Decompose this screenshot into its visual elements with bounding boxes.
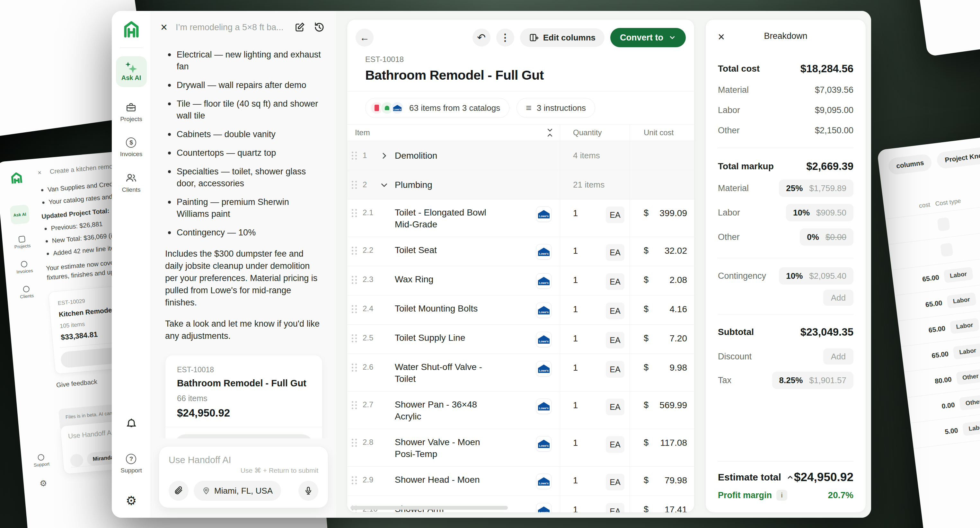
ask-ai-tile: Ask AI [10, 205, 30, 225]
kebab-menu-icon: ⋮ [500, 33, 510, 42]
notifications-bell-icon[interactable] [126, 418, 137, 429]
subtotal-row: Subtotal $23,049.35 [718, 326, 853, 338]
table-item-row[interactable]: 2.8 Shower Valve - Moen Posi-Temp Lowe's… [347, 429, 694, 467]
unit-select[interactable]: EA [606, 244, 624, 261]
table-item-row[interactable]: 2.2 Toilet Seat Lowe's 1 EA $ 32.02 [347, 237, 694, 266]
chat-thread-title[interactable]: I’m remodeling a 5×8 ft ba... [176, 22, 286, 32]
lowes-vendor-badge[interactable]: Lowe's [536, 332, 552, 347]
drag-handle[interactable] [352, 439, 359, 447]
divider [718, 314, 853, 315]
lowes-vendor-badge[interactable]: Lowe's [536, 361, 552, 376]
unit-select[interactable]: EA [606, 273, 624, 290]
submit-hint: Use ⌘ + Return to submit [169, 467, 318, 474]
cost-row: Material $7,039.56 [718, 85, 853, 95]
ai-paragraph: Includes the $300 dumpster fee and daily… [165, 248, 323, 309]
table-group-row[interactable]: 2 Plumbing 21 items [347, 170, 694, 199]
drag-handle[interactable] [352, 401, 359, 409]
table-item-row[interactable]: 2.1 Toilet - Elongated Bowl Mid-Grade Lo… [347, 199, 694, 237]
collapse-all-icon[interactable] [546, 129, 554, 137]
new-chat-icon[interactable] [294, 22, 305, 33]
add-button[interactable]: Add [823, 290, 853, 306]
lowes-vendor-badge[interactable]: Lowe's [536, 244, 552, 259]
drag-handle[interactable] [352, 247, 359, 255]
more-options-button[interactable]: ⋮ [496, 29, 514, 46]
lowes-vendor-badge[interactable]: Lowe's [536, 474, 552, 489]
drag-handle[interactable] [352, 209, 359, 217]
unit-select[interactable]: EA [606, 361, 624, 378]
markup-input[interactable]: 10% $909.50 [786, 204, 853, 221]
tax-input[interactable]: 8.25% $1,901.57 [772, 372, 853, 389]
estimate-total-toggle[interactable]: Estimate total [718, 472, 794, 483]
lowes-vendor-badge[interactable]: Lowe's [536, 302, 552, 318]
microphone-button[interactable] [298, 481, 318, 501]
sidebar-item-ask-ai[interactable]: Ask AI [116, 56, 147, 87]
edit-columns-button[interactable]: Edit columns [520, 28, 605, 47]
table-item-row[interactable]: 2.6 Water Shut-off Valve - Toilet Lowe's… [347, 354, 694, 391]
back-button[interactable]: ← [356, 29, 374, 46]
unit-select[interactable]: EA [606, 474, 624, 490]
divider [718, 258, 853, 258]
markup-input[interactable]: 25% $1,759.89 [779, 180, 853, 197]
info-icon[interactable]: i [776, 490, 787, 501]
table-item-row[interactable]: 2.10 Shower Arm Lowe's 1 EA $ 17.41 [347, 496, 694, 512]
table-item-row[interactable]: 2.4 Toilet Mounting Bolts Lowe's 1 EA $ … [347, 296, 694, 325]
unit-select[interactable]: EA [606, 436, 624, 453]
lowes-vendor-badge[interactable]: Lowe's [536, 436, 552, 452]
lowes-vendor-badge[interactable]: Lowe's [536, 207, 552, 222]
total-markup-row: Total markup $2,669.39 [718, 160, 853, 172]
chevron-right-icon[interactable] [380, 151, 395, 160]
unit-select[interactable]: EA [606, 302, 624, 319]
drag-handle[interactable] [352, 305, 359, 313]
list-icon: ≡ [526, 103, 531, 113]
undo-button[interactable]: ↶ [473, 29, 490, 46]
lowes-vendor-badge[interactable]: Lowe's [536, 503, 552, 512]
settings-gear-icon[interactable]: ⚙ [126, 495, 137, 507]
table-group-row[interactable]: 1 Demolition 4 items [347, 141, 694, 170]
estimate-total-value: $24,950.92 [794, 471, 853, 484]
markup-row: Labor 10% $909.50 [718, 204, 853, 221]
table-item-row[interactable]: 2.9 Shower Head - Moen Lowe's 1 EA $ 79.… [347, 467, 694, 496]
table-item-row[interactable]: 2.5 Toilet Supply Line Lowe's 1 EA $ 7.2… [347, 325, 694, 354]
markup-input[interactable]: 0% $0.00 [800, 228, 853, 246]
contingency-input[interactable]: 10% $2,095.40 [779, 267, 853, 285]
backdrop-rail-bottom: Support ⚙ [26, 441, 57, 490]
table-item-row[interactable]: 2.7 Shower Pan - 36×48 Acrylic Lowe's 1 … [347, 391, 694, 429]
handoff-logo-icon[interactable] [123, 21, 140, 38]
backdrop-left-rail: Ask AI Projects Invoices Clients [2, 171, 41, 300]
horizontal-scrollbar[interactable] [350, 506, 508, 510]
instructions-badge[interactable]: ≡ 3 instructions [517, 98, 595, 118]
chat-input[interactable] [169, 455, 318, 465]
sidebar-item-invoices[interactable]: $ Invoices [120, 137, 143, 158]
ai-bullet: Painting — premium Sherwin Williams pain… [165, 196, 323, 220]
chat-history-icon[interactable] [313, 22, 325, 33]
drag-handle[interactable] [352, 152, 359, 160]
tax-row: Tax 8.25% $1,901.57 [718, 372, 853, 389]
drag-handle[interactable] [352, 476, 359, 484]
convert-to-button[interactable]: Convert to [610, 28, 686, 47]
attach-file-button[interactable] [169, 481, 189, 501]
unit-select[interactable]: EA [606, 399, 624, 415]
add-discount-button[interactable]: Add [823, 348, 853, 364]
close-chat-icon[interactable]: × [161, 22, 167, 33]
location-pin-icon [202, 487, 210, 495]
estimate-number: EST-10018 [177, 366, 310, 374]
lowes-vendor-badge[interactable]: Lowe's [536, 399, 552, 414]
drag-handle[interactable] [352, 181, 359, 189]
catalogs-badge[interactable]: Lowe's 63 items from 3 catalogs [365, 98, 509, 118]
location-chip[interactable]: Miami, FL, USA [194, 481, 281, 501]
unit-select[interactable]: EA [606, 332, 624, 348]
chevron-down-icon[interactable] [380, 180, 395, 189]
view-estimate-button[interactable]: View estimate [174, 434, 314, 438]
lowes-vendor-badge[interactable]: Lowe's [536, 273, 552, 289]
drag-handle[interactable] [352, 334, 359, 342]
sidebar-item-projects[interactable]: Projects [120, 102, 142, 123]
drag-handle[interactable] [352, 364, 359, 372]
unit-select[interactable]: EA [606, 503, 624, 512]
drag-handle[interactable] [352, 276, 359, 284]
table-item-row[interactable]: 2.3 Wax Ring Lowe's 1 EA $ 2.08 [347, 266, 694, 296]
back-arrow-icon: ← [360, 32, 369, 43]
columns-icon [529, 33, 539, 42]
unit-select[interactable]: EA [606, 207, 624, 223]
sidebar-item-support[interactable]: ? Support [121, 454, 142, 474]
sidebar-item-clients[interactable]: Clients [122, 172, 140, 193]
